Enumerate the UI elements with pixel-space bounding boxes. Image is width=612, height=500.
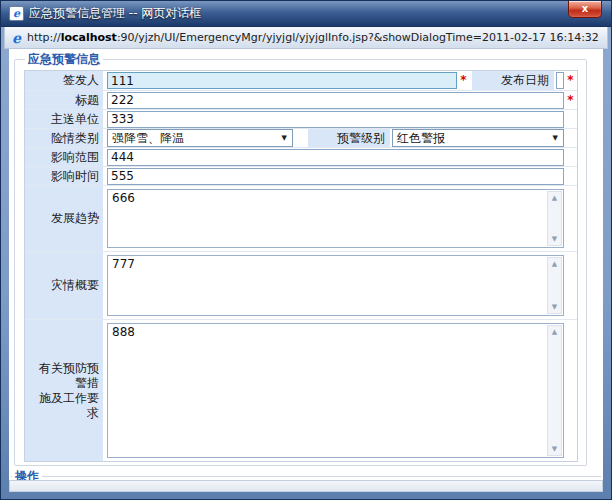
cell-title: *	[105, 91, 577, 109]
row-title: 标题 *	[25, 90, 577, 109]
close-button[interactable]: x	[568, 1, 602, 18]
cell-signer: * 发布日期 *	[105, 71, 577, 90]
field-label-development-trend: 发展趋势	[25, 186, 105, 251]
cell-main-recipient	[105, 110, 577, 128]
signer-required-mark: *	[457, 72, 470, 89]
field-label-affected-area: 影响范围	[25, 148, 105, 166]
dropdown-arrow-icon[interactable]: ▼	[548, 134, 563, 142]
row-signer-publishdate: 签发人 * 发布日期 *	[25, 71, 577, 90]
disaster-summary-scrollbar[interactable]: ▲ ▼	[547, 257, 562, 314]
row-development-trend: 发展趋势 666 ▲ ▼	[25, 185, 577, 251]
affected-time-input[interactable]	[107, 168, 564, 185]
cell-development-trend: 666 ▲ ▼	[105, 186, 577, 251]
prevention-measures-scrollbar[interactable]: ▲ ▼	[547, 325, 562, 456]
url-path: :90/yjzh/UI/EmergencyMgr/yjyjgl/yjyjglIn…	[117, 31, 599, 44]
cell-disaster-summary: 777 ▲ ▼	[105, 252, 577, 319]
danger-type-value: 强降雪、降温	[112, 130, 184, 147]
ie-icon: e	[12, 31, 21, 45]
signer-input[interactable]	[107, 72, 457, 89]
row-danger-type-warning-level: 险情类别 强降雪、降温 ▼ 预警级别 红色警报 ▼	[25, 128, 577, 147]
app-icon: e	[9, 6, 24, 21]
dialog-window: e 应急预警信息管理 -- 网页对话框 x e http://localhost…	[0, 0, 612, 500]
prevention-measures-textarea[interactable]: 888	[107, 323, 564, 458]
field-label-publish-date: 发布日期	[472, 71, 554, 90]
row-affected-area: 影响范围	[25, 147, 577, 166]
cell-prevention-measures: 888 ▲ ▼	[105, 320, 577, 461]
field-label-affected-time: 影响时间	[25, 167, 105, 185]
warning-level-select[interactable]: 红色警报 ▼	[392, 129, 564, 147]
window-title: 应急预警信息管理 -- 网页对话框	[29, 5, 201, 22]
titlebar: e 应急预警信息管理 -- 网页对话框	[1, 1, 611, 27]
field-label-prevention-measures: 有关预防预警措 施及工作要求	[25, 320, 105, 461]
address-bar: e http://localhost:90/yjzh/UI/EmergencyM…	[4, 27, 608, 49]
main-recipient-input[interactable]	[107, 111, 564, 128]
status-bar	[9, 480, 603, 492]
field-label-warning-level: 预警级别	[308, 129, 390, 147]
publish-date-input[interactable]	[556, 72, 564, 89]
cell-danger-type: 强降雪、降温 ▼ 预警级别 红色警报 ▼	[105, 129, 577, 147]
field-label-main-recipient: 主送单位	[25, 110, 105, 128]
disaster-summary-textarea[interactable]: 777	[107, 255, 564, 316]
row-prevention-measures: 有关预防预警措 施及工作要求 888 ▲ ▼	[25, 319, 577, 461]
scroll-up-icon[interactable]: ▲	[552, 194, 557, 202]
affected-area-input[interactable]	[107, 149, 564, 166]
field-label-disaster-summary: 灾情概要	[25, 252, 105, 319]
dropdown-arrow-icon[interactable]: ▼	[277, 134, 292, 142]
danger-type-select[interactable]: 强降雪、降温 ▼	[107, 129, 293, 147]
field-label-danger-type: 险情类别	[25, 129, 105, 147]
url-host: localhost	[61, 31, 117, 44]
form-table: 签发人 * 发布日期 * 标题 *	[24, 70, 578, 462]
scroll-down-icon[interactable]: ▼	[552, 235, 557, 243]
url-protocol: http://	[27, 31, 61, 44]
warning-level-value: 红色警报	[397, 130, 445, 147]
title-required-mark: *	[564, 92, 577, 109]
cell-affected-area	[105, 148, 577, 166]
row-affected-time: 影响时间	[25, 166, 577, 185]
url-text: http://localhost:90/yjzh/UI/EmergencyMgr…	[27, 31, 599, 44]
field-label-title: 标题	[25, 91, 105, 109]
dialog-content: 应急预警信息 签发人 * 发布日期 * 标题	[9, 49, 603, 483]
warning-info-section-title: 应急预警信息	[25, 51, 103, 68]
scroll-up-icon[interactable]: ▲	[552, 260, 557, 268]
cell-affected-time	[105, 167, 577, 185]
row-main-recipient: 主送单位	[25, 109, 577, 128]
development-trend-scrollbar[interactable]: ▲ ▼	[547, 191, 562, 246]
scroll-down-icon[interactable]: ▼	[552, 445, 557, 453]
title-input[interactable]	[107, 92, 564, 109]
scroll-down-icon[interactable]: ▼	[552, 303, 557, 311]
publish-date-required-mark: *	[564, 72, 577, 89]
warning-info-section: 应急预警信息 签发人 * 发布日期 * 标题	[14, 51, 587, 466]
row-disaster-summary: 灾情概要 777 ▲ ▼	[25, 251, 577, 319]
field-label-signer: 签发人	[25, 71, 105, 90]
scroll-up-icon[interactable]: ▲	[552, 328, 557, 336]
development-trend-textarea[interactable]: 666	[107, 189, 564, 248]
